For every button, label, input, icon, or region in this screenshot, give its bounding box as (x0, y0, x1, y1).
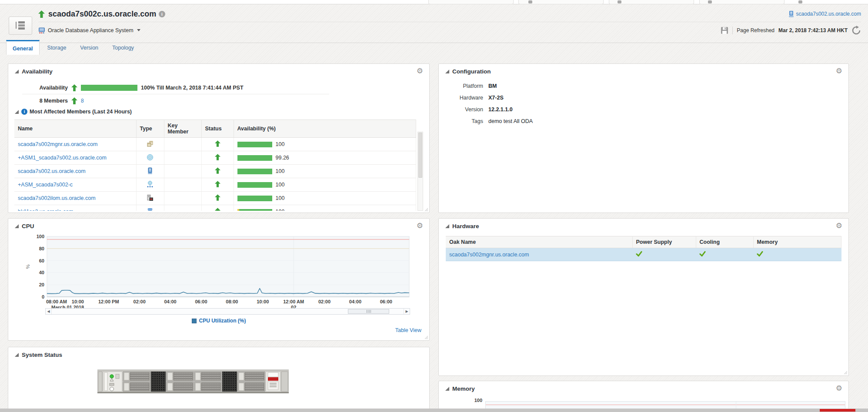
column-header: Name (14, 120, 136, 138)
info-icon[interactable]: i (21, 109, 27, 115)
scrollbar-thumb[interactable] (418, 133, 422, 178)
resize-grip-icon[interactable] (424, 208, 428, 212)
gear-icon[interactable]: ⚙ (836, 385, 842, 392)
legend-color-chip (192, 319, 197, 323)
member-name-link[interactable]: scaoda7s002ilom.us.oracle.com (18, 195, 96, 201)
resize-grip-icon[interactable] (424, 336, 428, 339)
config-field-version: Version12.2.1.1.0 (445, 106, 533, 113)
column-header: Memory (753, 236, 841, 248)
panel-title-text: System Status (22, 352, 62, 358)
members-table: NameTypeKey MemberStatusAvailability (%)… (14, 120, 416, 211)
memory-threshold-line (486, 405, 845, 405)
member-name-link[interactable]: bk11se2.us.oracle.com (18, 209, 73, 211)
oak-name-link[interactable]: scaoda7s002mgnr.us.oracle.com (449, 252, 529, 258)
x-tick-label: 04:00 (349, 299, 361, 304)
member-name-link[interactable]: scaoda7s002.us.oracle.com (18, 168, 86, 174)
x-tick-label: 08:00 AM (46, 299, 67, 304)
target-navigation-button[interactable] (9, 17, 32, 35)
check-icon (757, 251, 763, 257)
target-header: scaoda7s002c.us.oracle.com i scaoda7s002… (0, 4, 868, 39)
scroll-right-arrow-icon[interactable]: ▶ (404, 309, 410, 314)
tab-storage[interactable]: Storage (41, 40, 73, 55)
field-value-link[interactable]: demo test All ODA (488, 118, 533, 124)
field-label: Platform (445, 83, 483, 89)
gear-icon[interactable]: ⚙ (417, 222, 423, 229)
availability-value: 100 (276, 195, 285, 201)
availability-panel: Availability ⚙ Availability 100% Till Ma… (8, 63, 430, 213)
browser-glyph (618, 0, 621, 3)
divider (732, 27, 733, 34)
x-tick-label: 08:00 (226, 299, 238, 304)
asm-instance-icon (147, 154, 154, 161)
key-member-cell (164, 178, 201, 192)
collapse-triangle-icon[interactable] (14, 352, 19, 357)
collapse-triangle-icon[interactable] (14, 69, 19, 74)
members-table-vscrollbar[interactable] (417, 132, 423, 211)
resize-grip-icon[interactable] (844, 371, 848, 375)
y-tick-label: 40 (39, 270, 44, 275)
key-member-cell (164, 192, 201, 205)
tab-general[interactable]: General (6, 40, 40, 55)
collapse-triangle-icon[interactable] (445, 224, 450, 229)
oda-system-icon (38, 27, 45, 34)
tab-bar: GeneralStorageVersionTopology (6, 40, 140, 55)
status-up-arrow-icon (215, 167, 220, 174)
x-tick-label: 06:00 (195, 299, 207, 304)
availability-value: 100% Till March 2, 2018 7:41:44 AM PST (141, 85, 244, 91)
x-tick-label: 06:00 (380, 299, 392, 304)
y-tick-label: 0 (42, 294, 44, 299)
member-name-link[interactable]: +ASM_scaoda7s002-c (18, 182, 73, 188)
gear-icon[interactable]: ⚙ (417, 67, 423, 75)
scrollbar-thumb[interactable] (348, 309, 389, 314)
collapse-triangle-icon[interactable] (445, 386, 450, 391)
system-status-panel: System Status (8, 347, 430, 412)
scroll-left-arrow-icon[interactable]: ◀ (46, 309, 52, 314)
hardware-panel-title: Hardware (445, 223, 479, 229)
collapse-triangle-icon[interactable] (14, 110, 19, 114)
member-name-link[interactable]: scaoda7s002mgnr.us.oracle.com (18, 141, 97, 147)
collapse-triangle-icon[interactable] (14, 224, 19, 229)
plot-area (47, 236, 409, 297)
table-view-link[interactable]: Table View (395, 327, 421, 333)
member-name-link[interactable]: +ASM1_scaoda7s002.us.oracle.com (18, 155, 107, 161)
status-up-arrow-icon (215, 154, 220, 160)
status-up-arrow-icon (215, 208, 220, 211)
hardware-table-wrap: Oak NamePower SupplyCoolingMemory scaoda… (446, 236, 841, 261)
cpu-chart-legend: CPU Utilization (%) (8, 318, 429, 324)
y-tick-label: 60 (39, 258, 44, 263)
chevron-down-icon (137, 29, 140, 31)
members-label: 8 Members (22, 98, 68, 104)
members-count-link[interactable]: 8 (81, 98, 84, 104)
page: { "header": { "target_name": "scaoda7s00… (0, 0, 868, 412)
cpu-chart-hscrollbar[interactable]: ◀ ▶ (45, 308, 410, 315)
host-target-link[interactable]: scaoda7s002.us.oracle.com (796, 11, 861, 17)
gear-icon[interactable]: ⚙ (836, 222, 842, 229)
y-tick-label: 20 (39, 282, 44, 287)
save-icon[interactable] (721, 27, 728, 34)
hardware-panel: Hardware ⚙ Oak NamePower SupplyCoolingMe… (438, 218, 849, 376)
gear-icon[interactable]: ⚙ (836, 67, 842, 75)
availability-bar (237, 155, 272, 161)
hardware-row[interactable]: scaoda7s002mgnr.us.oracle.com (446, 248, 841, 261)
availability-label: Availability (22, 85, 68, 91)
collapse-triangle-icon[interactable] (445, 69, 450, 74)
members-table-wrap: NameTypeKey MemberStatusAvailability (%)… (14, 120, 423, 211)
availability-bar (237, 196, 272, 201)
section-title-text: Most Affected Members (Last 24 Hours) (30, 109, 132, 115)
refresh-icon[interactable] (851, 26, 861, 35)
info-icon[interactable]: i (159, 11, 165, 17)
tab-version[interactable]: Version (74, 40, 104, 55)
page-hscrollbar-thumb[interactable] (820, 409, 855, 412)
column-header: Availability (%) (234, 120, 416, 138)
y-axis-label: % (25, 264, 30, 269)
tab-topology[interactable]: Topology (106, 40, 140, 55)
availability-bar (237, 182, 272, 188)
x-tick-label: 02:00 (134, 299, 146, 304)
context-menu-row: Oracle Database Appliance System Page Re… (38, 22, 861, 38)
target-type-menu[interactable]: Oracle Database Appliance System (38, 27, 140, 34)
config-field-hardware: HardwareX7-2S (445, 95, 533, 101)
column-header: Oak Name (446, 236, 632, 248)
page-refresh-group: Page Refreshed Mar 2, 2018 7:42:13 AM HK… (721, 26, 861, 35)
page-hscrollbar[interactable] (0, 409, 868, 412)
memory-panel: Memory ⚙ 100 (438, 381, 849, 412)
